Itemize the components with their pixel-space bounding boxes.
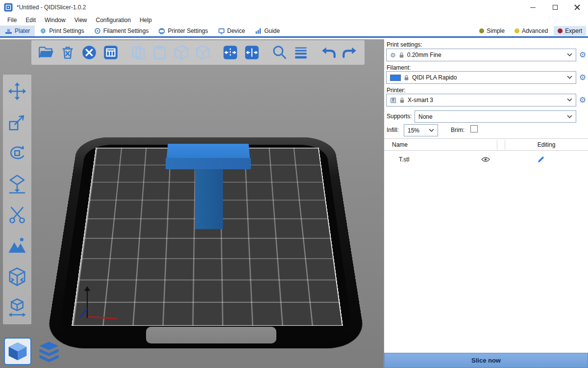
filament-color-swatch (390, 75, 401, 81)
cut-tool-button[interactable] (4, 202, 30, 228)
infill-combo[interactable]: 15% (404, 124, 438, 136)
rotate-tool-button[interactable] (4, 140, 30, 166)
search-button[interactable] (269, 42, 290, 63)
guide-icon (255, 27, 262, 34)
supports-value: None (418, 113, 433, 120)
bed-front-notch (146, 327, 276, 343)
redo-button[interactable] (339, 42, 361, 63)
menu-edit[interactable]: Edit (21, 16, 40, 25)
top-toolbar (31, 40, 365, 65)
column-divider[interactable] (497, 140, 497, 150)
brim-label: Brim: (451, 127, 465, 133)
view-cube-icon (7, 341, 28, 362)
visibility-toggle[interactable] (481, 157, 490, 164)
arrange-button[interactable] (100, 42, 122, 63)
object-list: Name Editing T.stl (384, 138, 588, 353)
menu-window[interactable]: Window (40, 16, 70, 25)
3d-editor-view-button[interactable] (4, 338, 31, 365)
undo-button[interactable] (318, 42, 339, 63)
eye-icon (481, 157, 490, 162)
print-settings-value: 0.20mm Fine (407, 52, 441, 58)
infill-value: 15% (408, 127, 419, 134)
expert-mode-dot-icon (558, 28, 563, 33)
menu-view[interactable]: View (70, 16, 92, 25)
seam-icon (7, 266, 27, 287)
add-instance-button[interactable] (171, 42, 192, 63)
move-icon (7, 81, 27, 102)
title-bar: *Untitled - QIDISlicer-1.0.2 (0, 0, 588, 15)
tab-printer-settings[interactable]: Printer Settings (153, 26, 213, 36)
model-t-object[interactable] (166, 144, 251, 229)
menu-help[interactable]: Help (135, 16, 156, 25)
slice-now-button[interactable]: Slice now (384, 353, 588, 368)
supports-label: Supports: (387, 113, 412, 120)
place-on-face-tool-button[interactable] (4, 171, 30, 197)
measure-tool-button[interactable] (4, 295, 30, 320)
open-folder-icon (38, 44, 54, 61)
split-to-parts-button[interactable] (241, 42, 263, 63)
tab-label: Print Settings (49, 27, 84, 34)
filament-settings-icon (94, 27, 101, 34)
column-header-name: Name (392, 141, 408, 148)
menu-configuration[interactable]: Configuration (92, 16, 135, 25)
preset-gear-icon: ⚙ (390, 52, 396, 58)
left-toolbar (3, 75, 31, 324)
tab-print-settings[interactable]: Print Settings (35, 26, 89, 36)
mode-advanced[interactable]: Advanced (511, 26, 552, 36)
lock-icon (399, 97, 405, 104)
scale-tool-button[interactable] (4, 109, 30, 135)
open-button[interactable] (35, 42, 57, 63)
tab-plater[interactable]: Plater (0, 26, 35, 36)
chevron-down-icon (567, 53, 572, 56)
filament-gear-button[interactable]: ⚙ (577, 74, 588, 81)
printer-gear-button[interactable]: ⚙ (577, 96, 588, 104)
object-list-row[interactable]: T.stl (384, 151, 588, 168)
tab-device[interactable]: Device (213, 26, 250, 36)
supports-combo[interactable]: None (415, 110, 576, 123)
advanced-mode-dot-icon (514, 28, 519, 33)
delete-all-icon (81, 44, 98, 61)
lock-icon (399, 52, 404, 58)
close-button[interactable] (566, 0, 588, 15)
preview-button[interactable] (35, 338, 63, 365)
printer-combo[interactable]: X-smart 3 (386, 94, 576, 106)
remove-instance-button[interactable] (192, 42, 214, 63)
paint-supports-tool-button[interactable] (4, 233, 30, 259)
undo-arrow-icon (320, 44, 337, 61)
seam-tool-button[interactable] (4, 264, 30, 289)
mode-expert[interactable]: Expert (554, 26, 586, 36)
paste-button[interactable] (149, 42, 171, 63)
minimize-button[interactable] (522, 0, 544, 15)
tab-filament-settings[interactable]: Filament Settings (89, 26, 154, 36)
mode-switcher: Simple Advanced Expert (475, 26, 588, 36)
chevron-down-icon (567, 115, 572, 118)
object-list-header: Name Editing (384, 139, 588, 151)
mode-simple[interactable]: Simple (475, 26, 509, 36)
maximize-icon (553, 5, 558, 10)
copy-button[interactable] (127, 42, 149, 63)
printer-label: Printer: (387, 87, 406, 94)
search-icon (271, 44, 288, 61)
delete-all-button[interactable] (78, 42, 100, 63)
delete-button[interactable] (57, 42, 78, 63)
print-settings-combo[interactable]: ⚙ 0.20mm Fine (386, 49, 576, 61)
paste-icon (151, 44, 168, 61)
move-tool-button[interactable] (4, 79, 30, 104)
edit-pencil-icon (537, 156, 545, 163)
tab-guide[interactable]: Guide (250, 26, 285, 36)
menu-file[interactable]: File (3, 16, 21, 25)
plater-icon (5, 27, 12, 35)
variable-layer-height-button[interactable] (290, 42, 312, 63)
scale-icon (7, 112, 27, 132)
edit-object-button[interactable] (537, 156, 545, 165)
print-settings-gear-button[interactable]: ⚙ (577, 51, 588, 59)
minimize-icon (530, 7, 536, 8)
filament-combo[interactable]: QIDI PLA Rapido (386, 71, 576, 84)
model-bar-front-face (166, 158, 251, 169)
3d-viewport[interactable] (0, 39, 384, 368)
window-title: *Untitled - QIDISlicer-1.0.2 (17, 4, 86, 11)
printer-value: X-smart 3 (408, 97, 433, 104)
split-to-objects-button[interactable] (220, 42, 241, 63)
maximize-button[interactable] (544, 0, 566, 15)
brim-checkbox[interactable] (470, 125, 478, 132)
